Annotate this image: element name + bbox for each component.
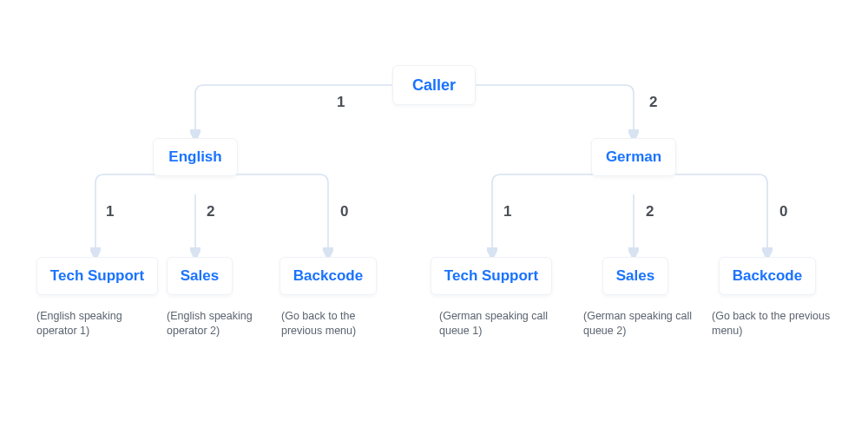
edge-en-sales-num: 2: [207, 203, 214, 220]
node-en-tech: Tech Support: [36, 257, 158, 295]
node-caller-label: Caller: [412, 76, 456, 95]
node-de-back-label: Backcode: [733, 267, 802, 285]
desc-de-sales: (German speaking call queue 2): [583, 309, 705, 339]
desc-de-back: (Go back to the previous menu): [712, 309, 851, 339]
node-en-back: Backcode: [279, 257, 377, 295]
desc-en-sales: (English speaking operator 2): [167, 309, 271, 339]
node-en-sales-label: Sales: [181, 267, 219, 285]
edge-en-tech-num: 1: [106, 203, 114, 220]
node-english-label: English: [168, 148, 221, 166]
node-english: English: [153, 138, 238, 176]
desc-en-back: (Go back to the previous menu): [281, 309, 385, 339]
node-german: German: [591, 138, 676, 176]
edge-de-sales-num: 2: [646, 203, 654, 220]
node-caller: Caller: [392, 65, 476, 105]
edge-de-tech-num: 1: [503, 203, 511, 220]
desc-en-tech: (English speaking operator 1): [36, 309, 158, 339]
edge-root-german-num: 2: [649, 94, 657, 111]
node-en-back-label: Backcode: [293, 267, 363, 285]
node-de-sales: Sales: [602, 257, 668, 295]
desc-de-tech: (German speaking call queue 1): [439, 309, 561, 339]
node-german-label: German: [606, 148, 661, 166]
edge-de-back-num: 0: [779, 203, 787, 220]
node-de-tech-label: Tech Support: [444, 267, 538, 285]
node-en-tech-label: Tech Support: [50, 267, 144, 285]
edge-en-back-num: 0: [340, 203, 348, 220]
node-de-sales-label: Sales: [616, 267, 654, 285]
edge-root-english-num: 1: [337, 94, 345, 111]
node-en-sales: Sales: [167, 257, 233, 295]
node-de-back: Backcode: [719, 257, 816, 295]
node-de-tech: Tech Support: [431, 257, 552, 295]
